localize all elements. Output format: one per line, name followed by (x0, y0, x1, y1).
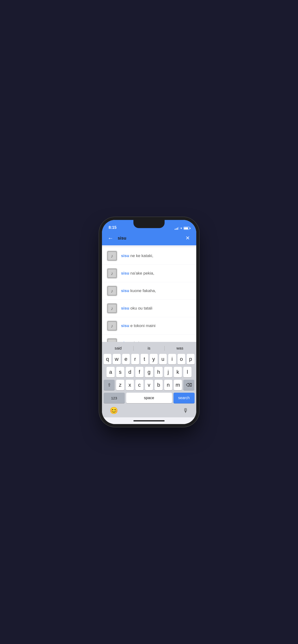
key-s[interactable]: s (116, 367, 124, 377)
key-l[interactable]: l (183, 367, 192, 377)
key-o[interactable]: o (178, 354, 186, 364)
key-m[interactable]: m (174, 380, 182, 390)
status-icons: ▾ (175, 226, 190, 230)
home-bar (133, 420, 165, 422)
predictive-bar: said is was (103, 344, 195, 353)
result-highlight: sisu (121, 254, 129, 258)
key-n[interactable]: n (164, 380, 172, 390)
result-rest: e tokoni maini (129, 324, 156, 328)
shift-key[interactable]: ⇧ (104, 380, 115, 390)
key-w[interactable]: w (113, 354, 121, 364)
key-p[interactable]: p (187, 354, 195, 364)
result-highlight: sisu (121, 306, 129, 310)
key-c[interactable]: c (135, 380, 143, 390)
notch (133, 220, 165, 228)
emoji-button[interactable]: 😊 (110, 406, 118, 414)
key-j[interactable]: j (164, 367, 172, 377)
dictation-button[interactable]: 🎙 (183, 407, 189, 414)
result-item[interactable]: sisu e tokoni maini (102, 317, 196, 334)
search-header: ← sisu ✕ (102, 232, 196, 245)
key-e[interactable]: e (122, 354, 130, 364)
music-icon (107, 250, 117, 261)
music-icon (107, 268, 117, 279)
keyboard-area: said is was q w e r t y (102, 342, 196, 417)
key-v[interactable]: v (145, 380, 153, 390)
close-button[interactable]: ✕ (184, 234, 192, 242)
result-text: sisu kuone fakaha, (121, 288, 156, 294)
key-t[interactable]: t (140, 354, 148, 364)
keyboard-section: said is was q w e r t y (102, 342, 196, 424)
key-x[interactable]: x (126, 380, 134, 390)
key-u[interactable]: u (159, 354, 167, 364)
result-item[interactable]: sisu oku ou tatali (102, 300, 196, 317)
result-rest: ne ke kataki, (129, 254, 153, 258)
key-a[interactable]: a (106, 367, 115, 377)
results-list: sisu ne ke kataki, sisu na'ake pekia, si… (102, 245, 196, 342)
music-icon (107, 286, 117, 296)
music-icon (107, 338, 117, 342)
emoji-row: 😊 🎙 (103, 405, 195, 417)
key-i[interactable]: i (168, 354, 176, 364)
status-bar: 8:15 ▾ (102, 220, 196, 232)
search-key[interactable]: search (174, 393, 195, 403)
content-wrapper: ← sisu ✕ sisu ne ke kataki, sisu na'ake … (102, 232, 196, 424)
result-item[interactable]: sisu kuone fakaha, (102, 282, 196, 300)
key-f[interactable]: f (135, 367, 143, 377)
wifi-icon: ▾ (181, 226, 182, 230)
predictive-word-2[interactable]: is (134, 345, 164, 352)
result-text: sisu oku ou tatali (121, 306, 152, 311)
home-indicator (102, 417, 196, 424)
result-rest: oku ou tatali (129, 306, 152, 310)
search-input[interactable]: sisu (118, 236, 181, 241)
battery-fill (184, 227, 188, 229)
key-g[interactable]: g (145, 367, 153, 377)
key-d[interactable]: d (126, 367, 134, 377)
key-y[interactable]: y (150, 354, 158, 364)
key-z[interactable]: z (116, 380, 124, 390)
result-highlight: sisu (121, 271, 129, 276)
back-button[interactable]: ← (107, 234, 114, 242)
delete-key[interactable]: ⌫ (183, 380, 194, 390)
result-item[interactable]: sisu toho'o gaue, (102, 335, 196, 342)
key-row-1: q w e r t y u i o p (104, 354, 195, 364)
music-icon (107, 320, 117, 331)
space-key[interactable]: space (126, 393, 172, 403)
key-b[interactable]: b (155, 380, 163, 390)
result-text: sisu e tokoni maini (121, 323, 156, 329)
predictive-word-3[interactable]: was (165, 345, 195, 352)
result-item[interactable]: sisu na'ake pekia, (102, 265, 196, 282)
result-highlight: sisu (121, 288, 129, 293)
result-text: sisu na'ake pekia, (121, 270, 154, 276)
signal-icon (175, 227, 179, 230)
shift-icon: ⇧ (107, 382, 111, 388)
result-rest: kuone fakaha, (129, 288, 156, 293)
battery-icon (184, 227, 190, 230)
key-q[interactable]: q (104, 354, 112, 364)
numbers-key[interactable]: 123 (104, 393, 125, 403)
key-row-2: a s d f g h j k l (104, 367, 195, 377)
key-r[interactable]: r (131, 354, 139, 364)
music-icon (107, 303, 117, 314)
bottom-key-row: 123 space search (103, 393, 195, 403)
key-k[interactable]: k (174, 367, 182, 377)
status-time: 8:15 (109, 225, 117, 230)
result-item[interactable]: sisu ne ke kataki, (102, 247, 196, 264)
results-section: sisu ne ke kataki, sisu na'ake pekia, si… (102, 245, 196, 342)
result-rest: na'ake pekia, (129, 271, 154, 276)
result-text: sisu ne ke kataki, (121, 253, 153, 259)
keyboard-rows: q w e r t y u i o p a s (103, 354, 195, 390)
phone-frame: 8:15 ▾ ← sisu ✕ sisu ne ke kataki, (102, 220, 196, 424)
predictive-word-1[interactable]: said (103, 345, 134, 352)
delete-icon: ⌫ (186, 382, 192, 388)
key-row-3: ⇧ z x c v b n m ⌫ (104, 380, 195, 390)
result-highlight: sisu (121, 324, 129, 328)
key-h[interactable]: h (155, 367, 163, 377)
